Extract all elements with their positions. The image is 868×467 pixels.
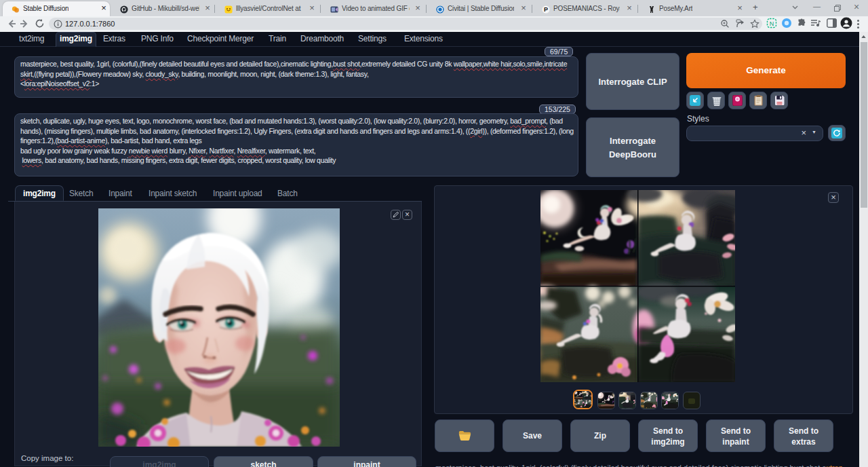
svg-text:N: N — [770, 20, 774, 27]
svg-text:P: P — [544, 6, 548, 13]
